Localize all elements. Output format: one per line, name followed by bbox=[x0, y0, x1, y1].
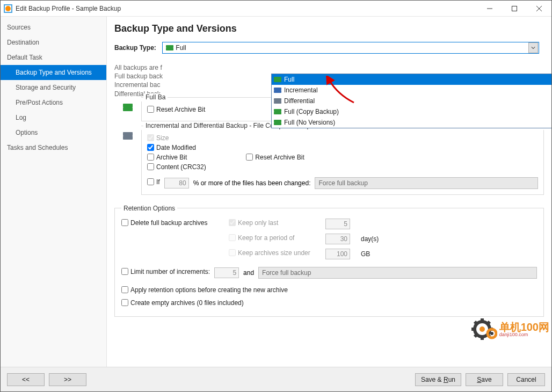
svg-point-15 bbox=[490, 332, 493, 335]
main-panel: Backup Type and Versions Backup Type: Fu… bbox=[107, 17, 551, 367]
maximize-button[interactable] bbox=[502, 1, 527, 17]
incremental-box: Incremental and Differential Backup - Fi… bbox=[141, 130, 544, 195]
svg-line-11 bbox=[488, 335, 490, 337]
size-checkbox: Size bbox=[147, 134, 169, 142]
if-threshold-checkbox[interactable]: If bbox=[147, 178, 160, 186]
if-threshold-input[interactable] bbox=[164, 178, 189, 188]
full-box-title: Full Ba bbox=[143, 93, 168, 101]
dropdown-opt-full-copy[interactable]: Full (Copy Backup) bbox=[272, 106, 551, 117]
disk-gray-icon bbox=[123, 132, 133, 140]
prev-button[interactable]: << bbox=[7, 373, 45, 386]
keep-last-checkbox: Keep only last bbox=[229, 219, 325, 227]
archive-bit-checkbox[interactable]: Archive Bit bbox=[147, 154, 187, 161]
watermark: 单机100网 danji100.com bbox=[471, 316, 549, 342]
chevron-down-icon[interactable] bbox=[528, 42, 538, 53]
backup-type-dropdown[interactable]: Full Incremental Differential Full (Copy… bbox=[271, 74, 551, 128]
backup-type-row: Backup Type: Full bbox=[114, 42, 544, 54]
svg-rect-1 bbox=[512, 6, 517, 11]
disk-green-icon bbox=[166, 45, 173, 50]
sidebar-item-destination[interactable]: Destination bbox=[1, 35, 106, 50]
disk-green-icon bbox=[274, 109, 281, 114]
save-button[interactable]: Save bbox=[466, 373, 503, 386]
dropdown-opt-full-noversions[interactable]: Full (No Versions) bbox=[272, 117, 551, 128]
close-button[interactable] bbox=[527, 1, 551, 17]
limit-action-select[interactable]: Force full backup bbox=[258, 267, 537, 279]
apply-before-checkbox[interactable]: Apply retention options before creating … bbox=[121, 286, 288, 294]
minimize-button[interactable] bbox=[477, 1, 502, 17]
reset-archive-bit-inc-checkbox[interactable]: Reset Archive Bit bbox=[246, 154, 304, 161]
dropdown-opt-incremental[interactable]: Incremental bbox=[272, 85, 551, 96]
app-icon bbox=[4, 4, 12, 13]
footer: << >> Save & Run Save Cancel bbox=[1, 367, 551, 391]
if-threshold-text: % or more of the files has been changed: bbox=[193, 179, 311, 187]
content-crc-checkbox[interactable]: Content (CRC32) bbox=[147, 163, 206, 171]
sidebar-item-log[interactable]: Log bbox=[1, 110, 106, 125]
delete-full-checkbox[interactable]: Delete full backup archives bbox=[121, 219, 229, 227]
svg-point-14 bbox=[488, 329, 496, 338]
disk-blue-icon bbox=[274, 88, 281, 93]
titlebar: Edit Backup Profile - Sample Backup bbox=[1, 1, 551, 17]
sidebar-item-storage-security[interactable]: Storage and Security bbox=[1, 80, 106, 95]
sidebar-item-pre-post[interactable]: Pre/Post Actions bbox=[1, 95, 106, 110]
sidebar: Sources Destination Default Task Backup … bbox=[1, 17, 107, 367]
sidebar-item-default-task[interactable]: Default Task bbox=[1, 50, 106, 65]
sidebar-item-sources[interactable]: Sources bbox=[1, 20, 106, 35]
svg-point-4 bbox=[475, 322, 490, 337]
save-run-button[interactable]: Save & Run bbox=[415, 373, 461, 386]
keep-last-input bbox=[325, 219, 350, 229]
create-empty-checkbox[interactable]: Create empty archives (0 files included) bbox=[121, 299, 244, 307]
svg-line-12 bbox=[475, 335, 477, 337]
limit-increments-input bbox=[214, 267, 239, 278]
svg-point-5 bbox=[480, 326, 485, 332]
retention-legend: Retention Options bbox=[121, 205, 177, 212]
keep-size-unit: GB bbox=[361, 250, 390, 258]
svg-line-10 bbox=[475, 322, 477, 324]
disk-green-icon bbox=[274, 120, 281, 125]
watermark-text2: danji100.com bbox=[499, 332, 549, 337]
date-modified-checkbox[interactable]: Date Modified bbox=[147, 144, 196, 151]
reset-archive-bit-checkbox[interactable]: Reset Archive Bit bbox=[147, 106, 205, 113]
keep-period-unit: day(s) bbox=[361, 235, 390, 243]
keep-period-checkbox: Keep for a period of bbox=[229, 234, 325, 242]
svg-line-13 bbox=[488, 322, 490, 324]
window-title: Edit Backup Profile - Sample Backup bbox=[16, 5, 121, 12]
dropdown-opt-differential[interactable]: Differential bbox=[272, 96, 551, 106]
disk-gray-icon bbox=[274, 98, 281, 104]
limit-increments-checkbox[interactable]: Limit number of increments: bbox=[121, 268, 210, 275]
keep-period-input bbox=[325, 234, 350, 244]
next-button[interactable]: >> bbox=[49, 373, 86, 386]
if-threshold-action-select[interactable]: Force full backup bbox=[315, 177, 538, 189]
retention-fieldset: Retention Options Delete full backup arc… bbox=[114, 205, 544, 317]
sidebar-item-options[interactable]: Options bbox=[1, 125, 106, 140]
backup-type-label: Backup Type: bbox=[114, 44, 161, 52]
backup-type-combo[interactable]: Full bbox=[162, 42, 539, 54]
gear-icon bbox=[471, 316, 497, 342]
cancel-button[interactable]: Cancel bbox=[507, 373, 545, 386]
sidebar-item-tasks-schedules[interactable]: Tasks and Schedules bbox=[1, 140, 106, 155]
page-title: Backup Type and Versions bbox=[114, 23, 544, 34]
disk-green-icon bbox=[123, 104, 133, 111]
keep-size-input bbox=[325, 249, 350, 259]
dropdown-opt-full[interactable]: Full bbox=[272, 74, 551, 85]
keep-size-checkbox: Keep archives size under bbox=[229, 249, 325, 257]
disk-green-icon bbox=[274, 77, 281, 82]
watermark-text1: 单机100网 bbox=[499, 322, 549, 332]
backup-type-value: Full bbox=[176, 44, 528, 52]
sidebar-item-backup-type[interactable]: Backup Type and Versions bbox=[1, 65, 106, 80]
and-label: and bbox=[243, 269, 254, 277]
